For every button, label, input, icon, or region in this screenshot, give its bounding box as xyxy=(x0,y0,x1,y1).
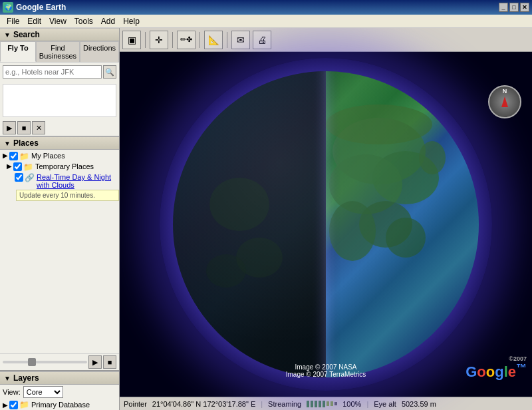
places-stop-button[interactable]: ■ xyxy=(103,355,116,369)
layers-item-primary[interactable]: ▶ 📁 Primary Database xyxy=(0,399,119,410)
places-play-button[interactable]: ▶ xyxy=(88,355,102,369)
cursor-tool-button[interactable]: ✛ xyxy=(150,31,168,49)
globe-specular xyxy=(173,71,479,377)
menu-tools[interactable]: Tools xyxy=(70,17,97,26)
search-controls: ▶ ■ ✕ xyxy=(0,120,119,136)
compass-north-label: N xyxy=(503,88,507,95)
folder-icon: 📁 xyxy=(19,152,29,161)
globe-sphere xyxy=(173,71,479,377)
search-go-button[interactable]: 🔍 xyxy=(103,65,116,79)
places-title: Places xyxy=(13,138,39,148)
layers-title: Layers xyxy=(13,373,39,383)
image-credit-terrametrics: Image © 2007 TerraMetrics xyxy=(286,371,366,378)
menu-add[interactable]: Add xyxy=(97,17,119,26)
stream-seg-3 xyxy=(315,401,317,407)
show-sidebar-button[interactable]: ▣ xyxy=(122,31,141,49)
expand-icon-primary: ▶ xyxy=(3,401,8,409)
places-footer: ▶ ■ xyxy=(0,353,119,370)
my-places-checkbox[interactable] xyxy=(9,152,18,160)
google-logo-e: e xyxy=(508,363,516,380)
stream-seg-7 xyxy=(331,401,333,406)
stream-seg-5 xyxy=(323,401,325,407)
my-places-label: My Places xyxy=(31,152,65,160)
toolbar-separator-2 xyxy=(172,32,173,48)
primary-db-icon: 📁 xyxy=(19,400,29,409)
realtime-checkbox[interactable] xyxy=(15,173,23,182)
toolbar-separator-3 xyxy=(200,32,200,48)
primary-db-checkbox[interactable] xyxy=(9,401,18,409)
draw-button[interactable]: ✏✤ xyxy=(177,31,196,49)
primary-db-label: Primary Database xyxy=(31,401,90,409)
compass-ring: N xyxy=(488,85,521,118)
temp-folder-icon: 📁 xyxy=(23,162,33,172)
compass-arrow-icon xyxy=(501,97,508,107)
toolbar: ▣ ✛ ✏✤ 📐 ✉ 🖨 xyxy=(120,28,532,52)
search-input[interactable] xyxy=(3,65,102,79)
image-credit-nasa: Image © 2007 NASA xyxy=(286,363,366,371)
minimize-button[interactable]: _ xyxy=(499,3,508,12)
streaming-bar xyxy=(307,401,337,407)
menu-view[interactable]: View xyxy=(45,17,70,26)
menu-bar: File Edit View Tools Add Help xyxy=(0,15,532,28)
temp-places-checkbox[interactable] xyxy=(13,162,22,171)
email-button[interactable]: ✉ xyxy=(231,31,250,49)
view-row: View: Core All Custom xyxy=(0,385,119,399)
search-header[interactable]: ▼ Search xyxy=(0,28,119,41)
view-label: View: xyxy=(3,388,21,396)
main-layout: ▼ Search Fly To Find Businesses Directio… xyxy=(0,28,532,410)
streaming-percent: 100% xyxy=(342,400,361,408)
expand-icon-temp: ▶ xyxy=(7,162,12,170)
places-section: ▼ Places ▶ 📁 My Places ▶ 📁 Temporary Pla… xyxy=(0,136,119,371)
map-area[interactable]: ▣ ✛ ✏✤ 📐 ✉ 🖨 xyxy=(120,28,532,410)
search-title: Search xyxy=(13,30,40,39)
places-item-my-places[interactable]: ▶ 📁 My Places xyxy=(0,151,119,162)
opacity-slider[interactable] xyxy=(3,361,87,363)
expand-icon: ▶ xyxy=(3,152,8,159)
places-header[interactable]: ▼ Places xyxy=(0,136,119,150)
search-clear-button[interactable]: ✕ xyxy=(32,121,45,134)
realtime-label[interactable]: Real-Time Day & Night with Clouds xyxy=(37,173,116,189)
streaming-label: Streaming xyxy=(268,400,301,408)
title-bar: 🌍 Google Earth _ □ ✕ xyxy=(0,0,532,15)
close-button[interactable]: ✕ xyxy=(520,3,529,12)
menu-help[interactable]: Help xyxy=(119,17,144,26)
stream-seg-6 xyxy=(327,401,329,406)
window-controls[interactable]: _ □ ✕ xyxy=(499,3,529,12)
maximize-button[interactable]: □ xyxy=(509,3,519,12)
layers-arrow-icon: ▼ xyxy=(4,375,11,382)
google-logo-o2: o xyxy=(486,363,495,380)
compass[interactable]: N xyxy=(488,85,521,118)
tab-find-businesses[interactable]: Find Businesses xyxy=(36,41,80,62)
search-input-row: 🔍 xyxy=(0,63,119,81)
temp-places-label: Temporary Places xyxy=(35,162,94,170)
globe-container[interactable]: N Image © 2007 NASA Image © 2007 TerraMe… xyxy=(120,52,532,397)
print-button[interactable]: 🖨 xyxy=(253,31,271,49)
search-play-button[interactable]: ▶ xyxy=(3,121,16,134)
layers-section: ▼ Layers View: Core All Custom ▶ 📁 Prima… xyxy=(0,371,119,410)
places-item-temporary[interactable]: ▶ 📁 Temporary Places xyxy=(0,162,119,172)
view-select[interactable]: Core All Custom xyxy=(23,386,63,398)
app-icon: 🌍 xyxy=(3,2,13,13)
search-arrow-icon: ▼ xyxy=(4,31,11,39)
google-logo: ©2007 Google™ xyxy=(466,355,527,381)
toolbar-separator-4 xyxy=(227,32,227,48)
tab-directions[interactable]: Directions xyxy=(80,41,119,62)
google-logo-g2: g xyxy=(495,363,503,380)
search-result-area xyxy=(3,84,116,117)
window-title: Google Earth xyxy=(16,3,499,12)
coordinates: 21°04'04.86" N 172°03'17.88" E xyxy=(152,400,255,408)
google-logo-o1: o xyxy=(477,363,485,380)
layers-header[interactable]: ▼ Layers xyxy=(0,371,119,385)
status-bar: Pointer 21°04'04.86" N 172°03'17.88" E |… xyxy=(120,397,532,410)
slider-thumb[interactable] xyxy=(28,358,36,366)
menu-file[interactable]: File xyxy=(3,17,23,26)
stream-seg-2 xyxy=(311,401,313,407)
search-stop-button[interactable]: ■ xyxy=(17,121,31,134)
eye-alt-label: Eye alt xyxy=(374,400,396,408)
measure-button[interactable]: 📐 xyxy=(204,31,223,49)
places-item-realtime[interactable]: 🔗 Real-Time Day & Night with Clouds xyxy=(0,172,119,190)
places-content: ▶ 📁 My Places ▶ 📁 Temporary Places 🔗 xyxy=(0,150,119,353)
menu-edit[interactable]: Edit xyxy=(23,17,45,26)
tab-fly-to[interactable]: Fly To xyxy=(0,41,36,62)
stream-seg-4 xyxy=(319,401,321,407)
